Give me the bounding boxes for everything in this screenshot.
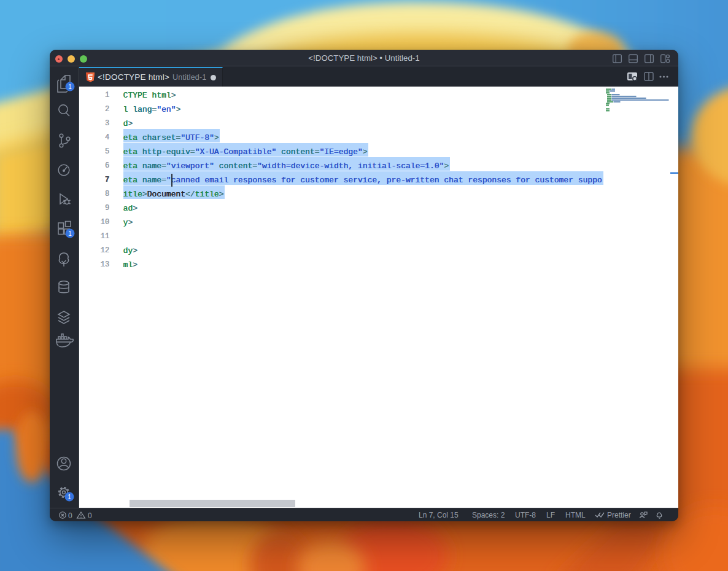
svg-text:0: 0: [88, 511, 92, 520]
svg-text:0: 0: [68, 511, 72, 520]
svg-text:1: 1: [68, 84, 72, 90]
svg-text:1: 1: [68, 494, 71, 500]
svg-text:1: 1: [68, 230, 72, 237]
